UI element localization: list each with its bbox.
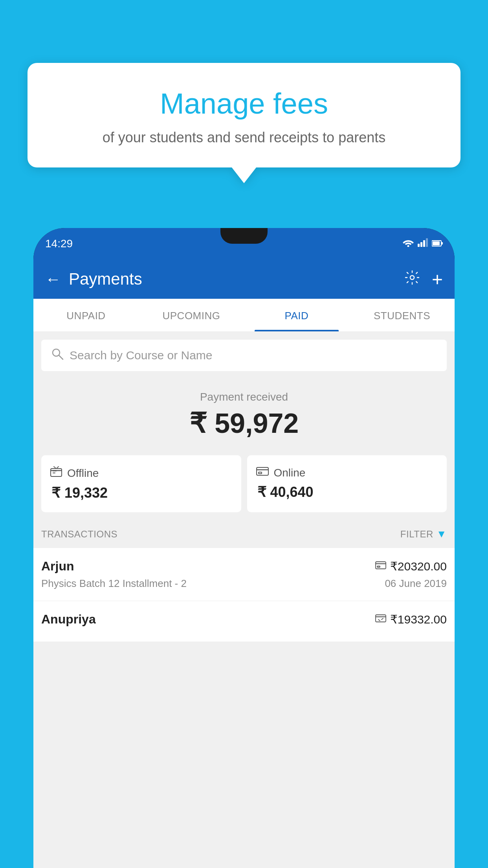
svg-line-10 <box>59 355 63 359</box>
wifi-icon <box>403 238 414 249</box>
add-icon[interactable]: + <box>432 268 443 290</box>
svg-rect-11 <box>51 469 62 476</box>
svg-rect-16 <box>376 615 386 622</box>
page-title: Payments <box>69 270 396 289</box>
svg-rect-13 <box>259 472 262 474</box>
status-icons <box>403 238 443 249</box>
svg-rect-12 <box>257 467 268 475</box>
svg-rect-14 <box>376 562 386 569</box>
bubble-subtitle: of your students and send receipts to pa… <box>47 129 441 146</box>
tab-students[interactable]: STUDENTS <box>349 299 455 331</box>
transaction-name: Anupriya <box>41 612 96 627</box>
phone-frame: 14:29 <box>33 228 455 868</box>
offline-amount: ₹ 19,332 <box>50 485 233 501</box>
online-card: Online ₹ 40,640 <box>247 455 447 512</box>
transactions-label: TRANSACTIONS <box>41 529 117 540</box>
cash-icon <box>375 613 386 625</box>
card-icon <box>375 560 386 572</box>
online-icon <box>256 466 269 479</box>
payment-received-section: Payment received ₹ 59,972 <box>33 377 455 449</box>
transaction-date: 06 June 2019 <box>385 577 447 590</box>
filter-icon: ▼ <box>437 528 447 540</box>
svg-rect-1 <box>418 244 420 247</box>
battery-icon <box>432 238 443 249</box>
transaction-amount: ₹19332.00 <box>390 612 447 626</box>
offline-label: Offline <box>67 467 99 480</box>
tabs-bar: UNPAID UPCOMING PAID STUDENTS <box>33 299 455 332</box>
payment-received-label: Payment received <box>41 391 447 403</box>
status-time: 14:29 <box>45 237 73 250</box>
signal-icon <box>418 238 428 249</box>
svg-rect-2 <box>420 242 422 247</box>
transaction-amount-wrap: ₹19332.00 <box>375 612 447 626</box>
transaction-amount: ₹20320.00 <box>390 559 447 573</box>
svg-point-0 <box>407 245 409 247</box>
payment-amount: ₹ 59,972 <box>41 407 447 440</box>
tab-paid[interactable]: PAID <box>244 299 349 331</box>
online-amount: ₹ 40,640 <box>256 484 438 500</box>
tab-upcoming[interactable]: UPCOMING <box>139 299 244 331</box>
offline-card: Offline ₹ 19,332 <box>41 455 241 512</box>
svg-rect-4 <box>426 238 428 247</box>
svg-rect-3 <box>423 240 425 247</box>
svg-rect-6 <box>433 241 440 245</box>
offline-icon <box>50 466 62 480</box>
filter-button[interactable]: FILTER ▼ <box>400 528 447 540</box>
search-bar[interactable]: Search by Course or Name <box>41 340 447 371</box>
phone-content: Search by Course or Name Payment receive… <box>33 332 455 868</box>
svg-rect-15 <box>377 566 380 567</box>
bubble-title: Manage fees <box>47 86 441 121</box>
svg-point-8 <box>410 276 414 280</box>
payment-cards: Offline ₹ 19,332 Online ₹ 40,640 <box>33 449 455 518</box>
transaction-item[interactable]: Anupriya ₹19332.00 <box>33 601 455 642</box>
header-icons: + <box>404 268 443 290</box>
transaction-name: Arjun <box>41 559 74 574</box>
back-button[interactable]: ← <box>45 271 61 287</box>
online-label: Online <box>274 467 306 479</box>
phone-notch <box>220 228 268 244</box>
tab-unpaid[interactable]: UNPAID <box>33 299 139 331</box>
search-placeholder: Search by Course or Name <box>70 349 213 362</box>
settings-icon[interactable] <box>404 270 420 289</box>
filter-label: FILTER <box>400 529 433 540</box>
svg-rect-7 <box>441 242 443 245</box>
speech-bubble: Manage fees of your students and send re… <box>28 63 460 167</box>
search-icon <box>51 348 64 363</box>
transaction-amount-wrap: ₹20320.00 <box>375 559 447 573</box>
transactions-header: TRANSACTIONS FILTER ▼ <box>33 518 455 548</box>
app-header: ← Payments + <box>33 259 455 299</box>
transaction-course: Physics Batch 12 Installment - 2 <box>41 577 187 590</box>
status-bar: 14:29 <box>33 228 455 259</box>
transaction-item[interactable]: Arjun ₹20320.00 Physics Batch 12 Install… <box>33 548 455 601</box>
